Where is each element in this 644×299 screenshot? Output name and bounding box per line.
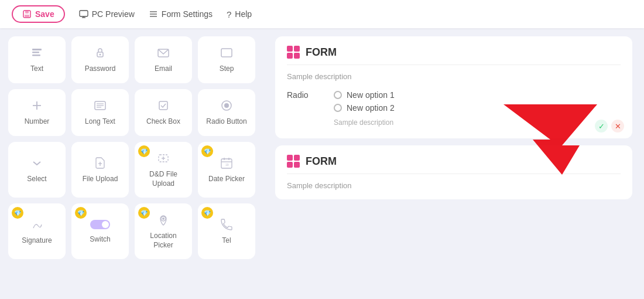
field-card-radiobutton[interactable]: Radio Button xyxy=(198,89,255,136)
svg-rect-1 xyxy=(25,11,29,13)
form-settings-label: Form Settings xyxy=(162,9,213,19)
datepicker-label: Date Picker xyxy=(208,175,245,184)
select-label: Select xyxy=(27,175,46,184)
fileupload-icon xyxy=(93,156,107,170)
radiobutton-label: Radio Button xyxy=(206,117,246,127)
help-label: Help xyxy=(235,9,252,19)
save-button[interactable]: Save xyxy=(12,5,65,23)
tel-icon xyxy=(220,218,234,232)
pc-preview-nav[interactable]: PC Preview xyxy=(79,9,135,19)
field-card-switch[interactable]: 💎 Switch xyxy=(71,203,129,259)
form-icon-2 xyxy=(287,155,300,168)
svg-rect-23 xyxy=(159,101,167,110)
svg-rect-2 xyxy=(25,15,29,17)
field-card-locationpicker[interactable]: 💎 Location Picker xyxy=(135,203,192,259)
svg-point-13 xyxy=(100,54,101,56)
svg-point-37 xyxy=(102,221,109,228)
field-card-email[interactable]: Email xyxy=(135,36,192,83)
form-block-1-actions: ✓ ✕ xyxy=(595,120,624,132)
dndupload-icon xyxy=(156,151,170,165)
longtext-icon xyxy=(93,98,107,113)
premium-badge-signature: 💎 xyxy=(12,207,23,219)
help-nav[interactable]: ? Help xyxy=(227,9,252,19)
main-layout: Text Password xyxy=(0,28,644,299)
field-card-datepicker[interactable]: 💎 19 Date Picker xyxy=(198,142,255,198)
form-title-1: FORM xyxy=(306,46,337,59)
form-desc-2: Sample description xyxy=(287,181,621,190)
premium-badge-datepicker: 💎 xyxy=(201,145,213,157)
left-panel: Text Password xyxy=(0,28,263,299)
field-card-step[interactable]: Step xyxy=(198,36,255,83)
save-icon xyxy=(22,9,32,19)
field-card-number[interactable]: Number xyxy=(8,89,66,136)
delete-action-icon[interactable]: ✕ xyxy=(611,120,624,132)
radio-option-1[interactable]: New option 1 xyxy=(334,90,395,100)
text-label: Text xyxy=(30,64,43,74)
form-block-1-header: FORM xyxy=(287,46,621,65)
longtext-label: Long Text xyxy=(85,117,115,127)
field-card-longtext[interactable]: Long Text xyxy=(71,89,129,136)
field-card-select[interactable]: Select xyxy=(8,142,66,198)
svg-rect-16 xyxy=(221,49,232,57)
svg-rect-9 xyxy=(32,49,42,50)
radio-option-2-text: New option 2 xyxy=(347,103,395,113)
select-icon xyxy=(30,156,44,170)
help-icon: ? xyxy=(227,9,231,19)
topnav: Save PC Preview Form Settings ? Help xyxy=(0,0,644,28)
right-panel: FORM Sample description Radio New option… xyxy=(263,28,644,299)
switch-label: Switch xyxy=(90,235,110,244)
fileupload-label: File Upload xyxy=(83,175,118,184)
monitor-icon xyxy=(79,9,88,19)
svg-rect-3 xyxy=(80,11,88,16)
checkbox-icon xyxy=(156,98,170,113)
field-card-tel[interactable]: 💎 Tel xyxy=(198,203,255,259)
premium-badge-dndupload: 💎 xyxy=(138,145,150,157)
field-card-text[interactable]: Text xyxy=(8,36,66,83)
checkbox-label: Check Box xyxy=(146,117,180,127)
field-grid: Text Password xyxy=(8,36,255,259)
form-block-2-header: FORM xyxy=(287,155,621,174)
email-label: Email xyxy=(155,64,172,74)
field-card-signature[interactable]: 💎 Signature xyxy=(8,203,66,259)
radio-option-2[interactable]: New option 2 xyxy=(334,103,395,113)
radio-field-row: Radio New option 1 New option 2 Sample d… xyxy=(287,88,621,129)
field-card-password[interactable]: Password xyxy=(71,36,129,83)
radio-options: New option 1 New option 2 Sample descrip… xyxy=(334,90,395,127)
pc-preview-label: PC Preview xyxy=(92,9,135,19)
step-icon xyxy=(220,46,234,60)
svg-rect-15 xyxy=(221,49,232,57)
form-title-2: FORM xyxy=(306,155,337,168)
number-icon xyxy=(30,98,44,113)
radiobutton-icon xyxy=(220,98,234,113)
confirm-action-icon[interactable]: ✓ xyxy=(595,120,608,132)
signature-label: Signature xyxy=(22,236,52,246)
number-label: Number xyxy=(25,117,50,127)
radio-field-subdesc: Sample description xyxy=(334,118,395,127)
password-label: Password xyxy=(85,64,116,74)
field-card-dndupload[interactable]: 💎 D&D File Upload xyxy=(135,142,192,198)
save-label: Save xyxy=(35,9,54,19)
step-label: Step xyxy=(220,64,234,74)
switch-icon xyxy=(90,219,111,230)
radio-option-1-text: New option 1 xyxy=(347,90,395,100)
locationpicker-label: Location Picker xyxy=(139,232,187,250)
premium-badge-location: 💎 xyxy=(138,207,150,219)
svg-rect-10 xyxy=(32,52,39,53)
form-block-2: FORM Sample description xyxy=(275,145,632,199)
svg-text:19: 19 xyxy=(225,163,229,167)
field-card-checkbox[interactable]: Check Box xyxy=(135,89,192,136)
form-block-1: FORM Sample description Radio New option… xyxy=(275,36,632,138)
field-card-fileupload[interactable]: File Upload xyxy=(71,142,129,198)
email-icon xyxy=(156,46,170,60)
tel-label: Tel xyxy=(222,236,231,246)
text-icon xyxy=(30,46,44,60)
password-icon xyxy=(93,46,107,60)
form-desc-1: Sample description xyxy=(287,72,621,81)
form-icon-1 xyxy=(287,46,300,59)
datepicker-icon: 19 xyxy=(220,156,234,170)
dndupload-label: D&D File Upload xyxy=(139,170,187,188)
svg-point-25 xyxy=(224,103,229,108)
form-settings-nav[interactable]: Form Settings xyxy=(149,9,213,19)
radio-circle-1 xyxy=(334,91,342,99)
premium-badge-switch: 💎 xyxy=(75,207,87,219)
